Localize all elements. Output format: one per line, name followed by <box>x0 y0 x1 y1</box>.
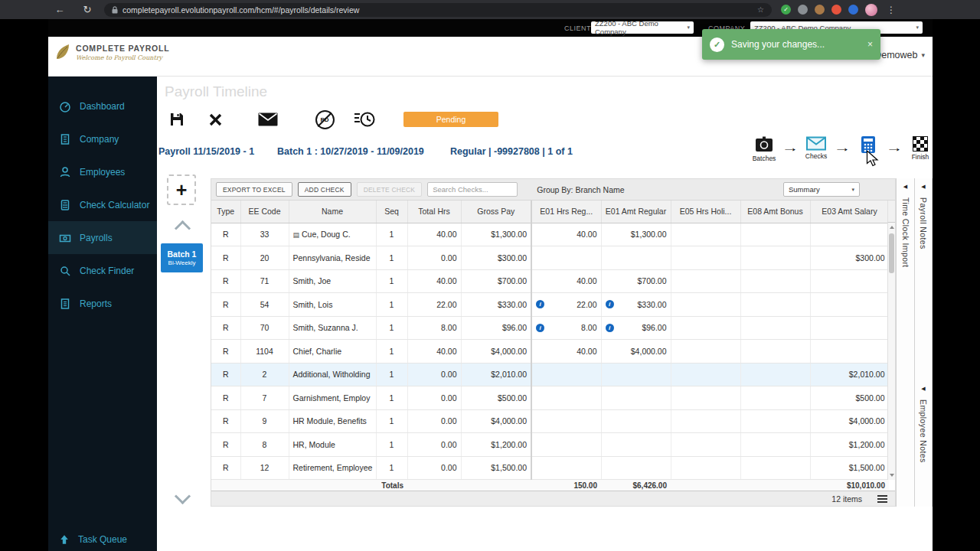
extension-check-icon[interactable]: ✓ <box>781 5 791 15</box>
cell-e08-amt <box>740 386 810 410</box>
sidebar-item-reports[interactable]: Reports <box>48 287 157 320</box>
cell-text: 20 <box>260 253 270 262</box>
column-header[interactable]: EE Code <box>240 201 289 223</box>
cell-total-hrs: 22.00 <box>407 293 461 317</box>
table-row[interactable]: R1104Chief, Charlie140.00$4,000.0040.00$… <box>211 340 889 364</box>
back-button[interactable]: ← <box>52 4 67 15</box>
timeline-step-checks[interactable]: Checks <box>802 136 830 160</box>
table-row[interactable]: R33▤Cue, Doug C.140.00$1,300.0040.00$1,3… <box>211 223 889 246</box>
extension-icon[interactable] <box>831 5 841 15</box>
cell-text: R <box>223 253 229 262</box>
column-header[interactable]: Total Hrs <box>407 201 461 223</box>
scroll-down-chevron[interactable] <box>175 488 191 504</box>
sidebar-item-check-calculator[interactable]: Check Calculator <box>48 188 157 221</box>
client-label: CLIENT <box>564 24 591 32</box>
export-to-excel-button[interactable]: EXPORT TO EXCEL <box>216 182 292 197</box>
sidebar-item-payrolls[interactable]: Payrolls <box>48 221 157 254</box>
chevron-down-icon: ▾ <box>913 24 919 31</box>
scrollbar-thumb[interactable] <box>889 233 894 273</box>
delete-payroll-button[interactable] <box>204 109 226 130</box>
sidebar-item-check-finder[interactable]: Check Finder <box>48 254 157 287</box>
info-icon[interactable]: i <box>536 300 544 308</box>
run-label: Regular | -99927808 | 1 of 1 <box>450 146 573 157</box>
table-row[interactable]: R2Additional, Witholding10.00$2,010.00$2… <box>211 363 889 386</box>
address-bar[interactable]: completepayroll.evolutionpayroll.com/hcm… <box>104 3 772 17</box>
no-pay-detail-button[interactable]: PD <box>314 109 335 130</box>
browser-menu-icon[interactable]: ⋮ <box>887 5 896 15</box>
user-menu[interactable]: Demoweb ▾ <box>874 50 925 60</box>
cell-type: R <box>211 340 240 364</box>
profile-avatar[interactable] <box>865 4 877 16</box>
logo-title: COMPLETE PAYROLL <box>76 44 169 53</box>
cell-ee-code: 8 <box>240 433 289 457</box>
extension-icon[interactable] <box>798 5 808 15</box>
cell-type: R <box>211 246 240 270</box>
tab-employee-notes[interactable]: Employee Notes <box>919 399 928 463</box>
info-icon[interactable]: i <box>536 324 544 332</box>
email-button[interactable] <box>257 109 279 130</box>
delete-check-button[interactable]: DELETE CHECK <box>357 182 423 197</box>
table-row[interactable]: R20Pennsylvania, Reside10.00$300.00$300.… <box>211 246 889 270</box>
cell-text: 1 <box>390 416 394 425</box>
table-row[interactable]: R71Smith, Joe140.00$700.0040.00$700.00 <box>211 269 889 293</box>
cell-seq: 1 <box>376 363 407 386</box>
add-batch-button[interactable]: + <box>167 174 196 205</box>
sidebar-item-company[interactable]: Company <box>48 122 157 155</box>
time-clock-button[interactable] <box>354 109 375 130</box>
table-row[interactable]: R8HR, Module10.00$1,200.00$1,200.00 <box>211 433 889 457</box>
cell-e01-amt <box>601 456 671 480</box>
clock-list-icon <box>354 110 375 129</box>
tab-time-clock-import[interactable]: Time Clock Import <box>901 197 910 268</box>
table-row[interactable]: R70Smith, Suzanna J.18.00$96.00i8.00i$96… <box>211 316 889 340</box>
expand-left-icon[interactable]: ◀ <box>921 386 925 392</box>
save-button[interactable] <box>166 109 188 130</box>
extension-icon[interactable] <box>848 5 858 15</box>
add-check-button[interactable]: ADD CHECK <box>298 182 351 197</box>
tab-payroll-notes[interactable]: Payroll Notes <box>919 197 928 249</box>
scrollbar-down-arrow[interactable] <box>890 474 894 477</box>
timeline-step-batches[interactable]: Batches <box>750 136 778 162</box>
search-icon <box>59 265 71 277</box>
sidebar-item-label: Reports <box>80 298 112 309</box>
timeline-step-finish[interactable]: Finish <box>906 136 934 161</box>
column-header[interactable]: Gross Pay <box>461 201 531 223</box>
bookmark-star-icon[interactable]: ☆ <box>757 5 764 14</box>
column-header[interactable]: E03 Amt Salary <box>810 201 889 223</box>
reload-button[interactable]: ↻ <box>80 4 95 15</box>
table-row[interactable]: R12Retirement, Employee10.00$1,500.00$1,… <box>211 456 889 480</box>
search-checks-input[interactable] <box>427 182 518 197</box>
column-header[interactable]: E08 Amt Bonus <box>740 201 810 223</box>
scroll-up-chevron[interactable] <box>175 220 191 236</box>
grid-menu-icon[interactable] <box>877 498 887 500</box>
column-header[interactable]: Type <box>211 201 240 223</box>
cell-name: Smith, Joe <box>289 269 376 293</box>
table-row[interactable]: R7Garnishment, Employ10.00$500.00$500.00 <box>211 386 889 410</box>
expand-left-icon[interactable]: ◀ <box>921 184 925 190</box>
column-header[interactable]: Seq <box>376 201 407 223</box>
expand-left-icon[interactable]: ◀ <box>903 184 907 190</box>
view-select[interactable]: Summary ▾ <box>783 182 860 197</box>
cell-name: ▤Cue, Doug C. <box>289 223 376 246</box>
sidebar-item-dashboard[interactable]: Dashboard <box>48 90 157 122</box>
toast-close-icon[interactable]: × <box>867 39 873 50</box>
sidebar-item-label: Check Calculator <box>80 200 149 210</box>
sidebar-item-employees[interactable]: Employees <box>48 155 157 188</box>
vertical-scrollbar[interactable] <box>887 223 895 480</box>
cell-text: $4,000.00 <box>491 347 527 356</box>
client-select[interactable]: ZZ200 - ABC Demo Company ▾ <box>591 21 694 34</box>
column-header[interactable]: Name <box>289 201 376 223</box>
sidebar-item-task-queue[interactable]: Task Queue <box>59 534 127 545</box>
column-header[interactable]: E05 Hrs Holi... <box>671 201 740 223</box>
batch-tab[interactable]: Batch 1 Bi-Weekly <box>161 243 203 272</box>
column-header[interactable]: E01 Amt Regular <box>601 201 671 223</box>
info-icon[interactable]: i <box>606 324 614 332</box>
column-header[interactable]: E01 Hrs Reg... <box>531 201 601 223</box>
cell-text: $4,000.00 <box>849 416 885 425</box>
scrollbar-up-arrow[interactable] <box>890 226 894 229</box>
cell-type: R <box>211 293 240 317</box>
table-row[interactable]: R9HR Module, Benefits10.00$4,000.00$4,00… <box>211 409 889 433</box>
table-row[interactable]: R54Smith, Lois122.00$330.00i22.00i$330.0… <box>211 293 889 317</box>
info-icon[interactable]: i <box>606 300 614 308</box>
extension-icon[interactable] <box>815 5 825 15</box>
cell-e01-hrs <box>531 363 601 386</box>
